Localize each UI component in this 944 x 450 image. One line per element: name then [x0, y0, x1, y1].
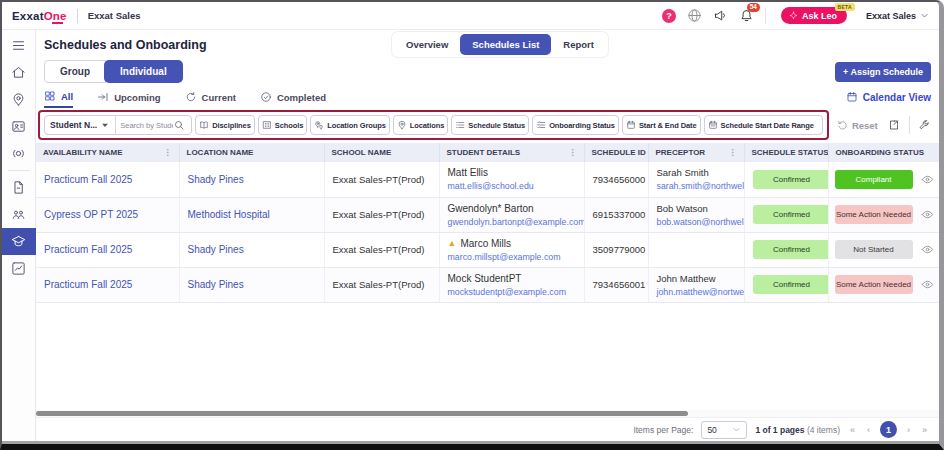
column-filter-icon[interactable]: ⋮ — [569, 148, 577, 157]
filter-completed[interactable]: Completed — [260, 91, 326, 107]
column-filter-icon[interactable]: ⋮ — [729, 148, 737, 157]
location-link[interactable]: Shady Pines — [188, 279, 244, 290]
schedule-id: 7934656000 — [593, 174, 646, 185]
school-name: Exxat Sales-PT(Prod) — [333, 244, 425, 255]
table-row: Practicum Fall 2025 Shady Pines Exxat Sa… — [36, 162, 939, 197]
school-name: Exxat Sales-PT(Prod) — [333, 174, 425, 185]
onboarding-status-chip: Some Action Needed — [835, 205, 913, 224]
window-edge — [2, 441, 939, 444]
schedule-id: 6915337000 — [593, 209, 646, 220]
next-page-button[interactable]: › — [905, 425, 912, 435]
student-name: ▲Marco Mills — [448, 238, 576, 249]
schools-filter-button[interactable]: Schools — [258, 115, 307, 135]
people-icon[interactable] — [2, 201, 36, 228]
schedules-icon[interactable] — [2, 228, 36, 255]
student-email[interactable]: gwendolyn.bartonpt@example.com — [448, 217, 576, 227]
items-per-page-select[interactable]: 50 — [701, 421, 747, 439]
location-groups-filter-button[interactable]: Location Groups — [310, 115, 390, 135]
beta-badge: BETA — [835, 3, 855, 11]
broadcast-icon[interactable] — [2, 140, 36, 167]
calendar-view-link[interactable]: Calendar View — [846, 91, 931, 107]
app-window: ExxatOne Exxat Sales ? 54 Ask LeoBETA Ex… — [0, 0, 944, 450]
prev-page-button[interactable]: ‹ — [865, 425, 872, 435]
availability-link[interactable]: Practicum Fall 2025 — [44, 244, 132, 255]
onboarding-status-chip: Compliant — [835, 170, 913, 189]
locations-icon[interactable] — [2, 86, 36, 113]
column-filter-icon[interactable]: ⋮ — [164, 148, 172, 157]
schedule-status-chip: Confirmed — [753, 205, 829, 224]
table-row: Practicum Fall 2025 Shady Pines Exxat Sa… — [36, 232, 939, 267]
availability-link[interactable]: Practicum Fall 2025 — [44, 174, 132, 185]
location-link[interactable]: Methodist Hospital — [188, 209, 270, 220]
help-icon[interactable]: ? — [662, 9, 676, 23]
locations-filter-button[interactable]: Locations — [393, 115, 449, 135]
items-per-page-label: Items per Page: — [633, 425, 693, 435]
student-email[interactable]: marco.millspt@example.com — [448, 252, 576, 262]
toggle-individual[interactable]: Individual — [104, 60, 183, 83]
table-header-row: AVAILABILITY NAME⋮ LOCATION NAME SCHOOL … — [36, 143, 939, 162]
tab-schedules-list[interactable]: Schedules List — [460, 34, 551, 55]
preceptor-name: John Matthew — [657, 273, 736, 284]
preceptor-email[interactable]: john.matthew@nortwell.com — [657, 287, 736, 297]
filter-current[interactable]: Current — [185, 91, 236, 107]
disciplines-filter-button[interactable]: Disciplines — [195, 115, 255, 135]
current-page-button[interactable]: 1 — [880, 421, 897, 438]
globe-icon[interactable] — [687, 8, 702, 23]
exxat-one-logo[interactable]: ExxatOne — [12, 10, 67, 22]
scrollbar-thumb[interactable] — [36, 411, 688, 416]
notification-badge: 54 — [747, 3, 760, 12]
search-input[interactable]: Search by Student Nam — [116, 121, 173, 130]
horizontal-scrollbar[interactable] — [36, 410, 939, 417]
availability-link[interactable]: Practicum Fall 2025 — [44, 279, 132, 290]
filter-upcoming[interactable]: Upcoming — [97, 91, 160, 107]
schedule-status-chip: Confirmed — [753, 240, 829, 259]
school-name: Exxat Sales-PT(Prod) — [333, 279, 425, 290]
tab-report[interactable]: Report — [551, 34, 606, 55]
settings-wrench-icon[interactable] — [919, 119, 931, 131]
left-sidebar — [2, 30, 36, 441]
preceptor-name: Bob Watson — [657, 203, 736, 214]
preceptor-email[interactable]: sarah.smith@northwell.com — [657, 181, 736, 191]
onboarding-status-chip: Not Started — [835, 240, 913, 259]
view-details-eye-icon[interactable] — [921, 278, 934, 291]
megaphone-icon[interactable] — [713, 8, 728, 23]
ask-leo-button[interactable]: Ask LeoBETA — [781, 7, 847, 24]
schedule-id: 3509779000 — [593, 244, 646, 255]
preceptor-name: Sarah Smith — [657, 167, 736, 178]
notifications-icon[interactable]: 54 — [739, 8, 754, 23]
schedule-start-date-range-filter-button[interactable]: Schedule Start Date Range — [704, 115, 823, 135]
warning-icon: ▲ — [448, 238, 457, 248]
availability-link[interactable]: Cypress OP PT 2025 — [44, 209, 138, 220]
view-details-eye-icon[interactable] — [921, 173, 934, 186]
student-email[interactable]: mockstudentpt@example.com — [448, 287, 576, 297]
location-link[interactable]: Shady Pines — [188, 174, 244, 185]
home-icon[interactable] — [2, 59, 36, 86]
assign-schedule-button[interactable]: + Assign Schedule — [835, 62, 931, 82]
contacts-icon[interactable] — [2, 113, 36, 140]
first-page-button[interactable]: « — [848, 425, 857, 435]
toggle-group[interactable]: Group — [44, 60, 106, 83]
reset-filters-button[interactable]: Reset — [837, 120, 878, 131]
last-page-button[interactable]: » — [920, 425, 929, 435]
view-details-eye-icon[interactable] — [921, 243, 934, 256]
divider — [909, 116, 910, 134]
menu-icon[interactable] — [2, 32, 36, 59]
student-email[interactable]: matt.ellis@school.edu — [448, 181, 576, 191]
location-link[interactable]: Shady Pines — [188, 244, 244, 255]
page-summary: 1 of 1 pages (4 items) — [755, 425, 840, 435]
search-field-dropdown[interactable]: Student N... — [45, 116, 116, 134]
table-row: Practicum Fall 2025 Shady Pines Exxat Sa… — [36, 267, 939, 302]
start-end-date-filter-button[interactable]: Start & End Date — [622, 115, 701, 135]
account-menu[interactable]: Exxat Sales — [866, 11, 929, 21]
onboarding-status-filter-button[interactable]: Onboarding Status — [532, 115, 619, 135]
documents-icon[interactable] — [2, 174, 36, 201]
export-icon[interactable] — [888, 119, 900, 131]
filter-all[interactable]: All — [44, 90, 73, 108]
preceptor-email[interactable]: bob.watson@northwell.com — [657, 217, 736, 227]
analytics-icon[interactable] — [2, 255, 36, 282]
view-details-eye-icon[interactable] — [921, 208, 934, 221]
tab-overview[interactable]: Overview — [394, 34, 460, 55]
schedule-status-filter-button[interactable]: Schedule Status — [451, 115, 529, 135]
onboarding-status-chip: Some Action Needed — [835, 275, 913, 294]
search-icon[interactable] — [173, 119, 191, 131]
